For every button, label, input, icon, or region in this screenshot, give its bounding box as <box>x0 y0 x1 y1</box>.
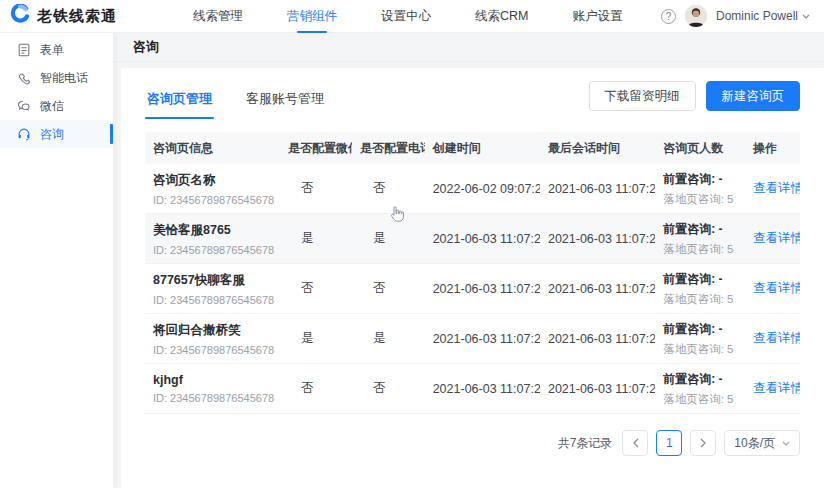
phone-configured-value: 是 <box>352 330 425 347</box>
last-chat-time-value: 2021-06-03 11:07:22 <box>540 332 655 346</box>
table-row[interactable]: 咨询页名称 ID: 23456789876545678 否 否 2022-06-… <box>145 164 800 214</box>
main-layout: 表单 智能电话 微信 咨询 咨询 咨询页管理客服账号管理 下载留资明细 新建咨询… <box>0 33 824 488</box>
sidebar-item[interactable]: 咨询 <box>0 120 113 148</box>
header-right: ? Dominic Powell <box>661 5 810 27</box>
tab[interactable]: 咨询页管理 <box>145 86 214 119</box>
last-chat-time-value: 2021-06-03 11:07:22 <box>540 232 655 246</box>
brand-name: 老铁线索通 <box>37 7 117 26</box>
consult-table: 咨询页信息是否配置微信是否配置电话创建时间最后会话时间咨询页人数操作 咨询页名称… <box>145 132 800 414</box>
consult-card: 咨询页管理客服账号管理 下载留资明细 新建咨询页 咨询页信息是否配置微信是否配置… <box>121 68 824 488</box>
sidebar-item-label: 表单 <box>40 42 64 59</box>
phone-configured-value: 否 <box>352 380 425 397</box>
table-body: 咨询页名称 ID: 23456789876545678 否 否 2022-06-… <box>145 164 800 414</box>
brand-logo[interactable]: 老铁线索通 <box>10 4 117 28</box>
nav-item[interactable]: 线索管理 <box>171 0 265 33</box>
table-row[interactable]: 美恰客服8765 ID: 23456789876545678 是 是 2021-… <box>145 214 800 264</box>
consult-page-name: kjhgf <box>153 373 272 387</box>
table-row[interactable]: kjhgf ID: 23456789876545678 否 否 2021-06-… <box>145 364 800 414</box>
view-details-link[interactable]: 查看详情 <box>753 331 800 345</box>
app-window: 老铁线索通 线索管理 营销组件 设置中心 线索CRM 账户设置 ? Domini… <box>0 0 824 488</box>
created-time-value: 2021-06-03 11:07:22 <box>425 232 540 246</box>
pre-consult-count: 前置咨询: - <box>663 271 737 288</box>
sidebar-item-label: 微信 <box>40 98 64 115</box>
view-details-link[interactable]: 查看详情 <box>753 181 800 195</box>
nav-item[interactable]: 线索CRM <box>453 0 550 33</box>
table-row[interactable]: 877657快聊客服 ID: 23456789876545678 否 否 202… <box>145 264 800 314</box>
consult-page-name: 877657快聊客服 <box>153 272 272 289</box>
sidebar-item[interactable]: 微信 <box>0 92 113 120</box>
view-details-link[interactable]: 查看详情 <box>753 231 800 245</box>
nav-item[interactable]: 设置中心 <box>359 0 453 33</box>
tab[interactable]: 客服账号管理 <box>244 86 326 119</box>
pagination: 共7条记录 1 10条/页 <box>145 430 800 476</box>
chevron-down-icon <box>802 14 810 19</box>
headset-icon <box>17 127 31 141</box>
sidebar: 表单 智能电话 微信 咨询 <box>0 33 113 488</box>
landing-consult-count: 落地页咨询: 5 <box>663 192 737 207</box>
top-navigation: 线索管理 营销组件 设置中心 线索CRM 账户设置 <box>171 0 644 33</box>
table-row[interactable]: 将回归合撤桥笑 ID: 23456789876545678 是 是 2021-0… <box>145 314 800 364</box>
page-size-value: 10条/页 <box>734 435 775 452</box>
phone-configured-value: 否 <box>352 280 425 297</box>
tab-bar: 咨询页管理客服账号管理 <box>145 86 326 119</box>
help-icon[interactable]: ? <box>661 9 676 24</box>
nav-item-label: 线索CRM <box>475 8 528 25</box>
landing-consult-count: 落地页咨询: 5 <box>663 342 737 357</box>
view-details-link[interactable]: 查看详情 <box>753 381 800 395</box>
wechat-configured-value: 是 <box>280 230 352 247</box>
pre-consult-count: 前置咨询: - <box>663 321 737 338</box>
card-header: 咨询页管理客服账号管理 下载留资明细 新建咨询页 <box>145 81 800 119</box>
view-details-link[interactable]: 查看详情 <box>753 281 800 295</box>
pre-consult-count: 前置咨询: - <box>663 371 737 388</box>
download-details-button[interactable]: 下载留资明细 <box>589 81 696 111</box>
consult-page-name: 美恰客服8765 <box>153 222 272 239</box>
page-title: 咨询 <box>133 38 159 56</box>
brand-logo-icon <box>10 4 30 28</box>
next-page-button[interactable] <box>690 430 716 456</box>
landing-consult-count: 落地页咨询: 5 <box>663 242 737 257</box>
column-header-info: 咨询页信息 <box>145 140 280 157</box>
page-title-bar: 咨询 <box>113 33 824 62</box>
column-header-phone: 是否配置电话 <box>352 140 425 157</box>
nav-item-label: 账户设置 <box>572 8 622 25</box>
phone-configured-value: 否 <box>352 180 425 197</box>
pre-consult-count: 前置咨询: - <box>663 171 737 188</box>
wechat-configured-value: 否 <box>280 180 352 197</box>
sidebar-item-label: 咨询 <box>40 126 64 143</box>
column-header-action: 操作 <box>745 140 800 157</box>
user-menu[interactable]: Dominic Powell <box>716 9 810 23</box>
phone-icon <box>17 71 31 85</box>
header-actions: 下载留资明细 新建咨询页 <box>589 81 801 119</box>
created-time-value: 2021-06-03 11:07:22 <box>425 282 540 296</box>
prev-page-button[interactable] <box>622 430 648 456</box>
sidebar-item-label: 智能电话 <box>40 70 88 87</box>
last-chat-time-value: 2021-06-03 11:07:22 <box>540 282 655 296</box>
wechat-configured-value: 是 <box>280 330 352 347</box>
content-area: 咨询 咨询页管理客服账号管理 下载留资明细 新建咨询页 咨询页信息是否配置微信是… <box>113 33 824 488</box>
sidebar-item[interactable]: 表单 <box>0 36 113 64</box>
nav-item[interactable]: 营销组件 <box>265 0 359 33</box>
create-consult-page-button[interactable]: 新建咨询页 <box>706 81 801 111</box>
nav-item-label: 设置中心 <box>381 8 431 25</box>
nav-item-label: 线索管理 <box>193 8 243 25</box>
avatar[interactable] <box>685 5 707 27</box>
user-name: Dominic Powell <box>716 9 798 23</box>
column-header-created: 创建时间 <box>425 140 540 157</box>
wechat-icon <box>17 99 31 113</box>
pre-consult-count: 前置咨询: - <box>663 221 737 238</box>
column-header-wechat: 是否配置微信 <box>280 140 352 157</box>
nav-item-label: 营销组件 <box>287 8 337 25</box>
last-chat-time-value: 2021-06-03 11:07:22 <box>540 182 655 196</box>
last-chat-time-value: 2021-06-03 11:07:22 <box>540 382 655 396</box>
created-time-value: 2022-06-02 09:07:22 <box>425 182 540 196</box>
table-header-row: 咨询页信息是否配置微信是否配置电话创建时间最后会话时间咨询页人数操作 <box>145 132 800 164</box>
consult-page-id: ID: 23456789876545678 <box>153 294 272 306</box>
column-header-people: 咨询页人数 <box>655 140 745 157</box>
created-time-value: 2021-06-03 11:07:22 <box>425 332 540 346</box>
nav-item[interactable]: 账户设置 <box>550 0 644 33</box>
sidebar-item[interactable]: 智能电话 <box>0 64 113 92</box>
page-size-select[interactable]: 10条/页 <box>724 430 800 456</box>
consult-page-id: ID: 23456789876545678 <box>153 392 272 404</box>
column-header-last: 最后会话时间 <box>540 140 655 157</box>
page-number-button[interactable]: 1 <box>656 430 682 456</box>
